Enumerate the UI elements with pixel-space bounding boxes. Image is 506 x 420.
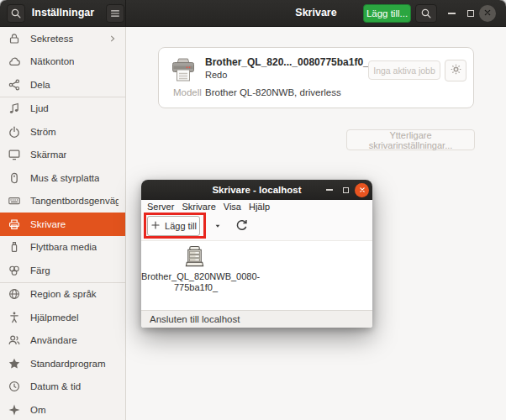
- scp-maximize-button[interactable]: [340, 183, 351, 197]
- printer-stack-icon: [182, 245, 207, 270]
- maximize-button[interactable]: [464, 7, 477, 20]
- sidebar-item-str-m[interactable]: Ström: [0, 120, 125, 144]
- plus-icon: [150, 220, 161, 232]
- sidebar: SekretessNätkontonDelaLjudStrömSkärmarMu…: [0, 27, 126, 420]
- star-icon: [8, 357, 21, 370]
- users-icon: [8, 333, 21, 347]
- sidebar-item-flyttbara-media[interactable]: Flyttbara media: [0, 236, 125, 260]
- model-label: Modell: [173, 87, 202, 97]
- sidebar-item-label: Skärmar: [30, 150, 66, 160]
- globe-icon: [8, 287, 21, 301]
- scp-printer-item[interactable]: Brother_QL_820NWB_0080- 775ba1f0_: [141, 241, 250, 308]
- printer-name: Brother_QL_820..._0080775ba1f0_: [205, 56, 369, 68]
- refresh-icon: [235, 218, 249, 235]
- sidebar-item-label: Flyttbara media: [30, 242, 97, 252]
- scp-menu-server[interactable]: Server: [147, 202, 174, 212]
- scp-menu-hj-lp[interactable]: Hjälp: [249, 202, 270, 212]
- search-icon: [420, 8, 432, 19]
- sidebar-item-label: Skrivare: [30, 219, 66, 229]
- scp-menu-visa[interactable]: Visa: [224, 202, 241, 212]
- printers-localhost-window: Skrivare - localhost ServerSkrivareVisaH…: [141, 180, 372, 328]
- sidebar-item-om[interactable]: Om: [0, 398, 125, 420]
- headerbar: Inställningar Skrivare Lägg till...: [0, 0, 506, 27]
- color-icon: [8, 264, 21, 277]
- sidebar-item-label: Om: [30, 405, 46, 415]
- hamburger-icon: [109, 8, 121, 19]
- sidebar-item-f-rg[interactable]: Färg: [0, 259, 125, 282]
- close-button[interactable]: [479, 5, 496, 22]
- sidebar-item-label: Region & språk: [30, 289, 97, 299]
- close-icon: [358, 184, 366, 197]
- share-icon: [8, 78, 21, 92]
- printer-icon: [8, 218, 21, 231]
- chevron-down-icon: [213, 220, 222, 233]
- scp-add-button-label: Lägg till: [165, 221, 197, 231]
- settings-window: Inställningar Skrivare Lägg till... Sekr…: [0, 0, 506, 420]
- header-search-button[interactable]: [415, 4, 437, 23]
- sidebar-item-label: Användare: [30, 335, 77, 345]
- scp-menu-skrivare[interactable]: Skrivare: [182, 202, 215, 212]
- scp-statusbar: Ansluten till localhost: [141, 310, 372, 328]
- mouse-icon: [8, 171, 21, 185]
- sidebar-item-label: Standardprogram: [30, 359, 106, 369]
- sidebar-item-region-spr-k[interactable]: Region & språk: [0, 283, 125, 307]
- sidebar-item-label: Hjälpmedel: [30, 312, 79, 323]
- sidebar-item-label: Ström: [30, 127, 56, 137]
- printer-color-icon: [169, 55, 198, 85]
- sidebar-item-datum-tid[interactable]: Datum & tid: [0, 375, 125, 399]
- headerbar-left-section: Inställningar: [0, 0, 126, 26]
- scp-titlebar[interactable]: Skrivare - localhost: [141, 180, 372, 200]
- sidebar-item-anv-ndare[interactable]: Användare: [0, 329, 125, 353]
- power-icon: [8, 125, 21, 139]
- sidebar-item-tangentbordsgenv-gar[interactable]: Tangentbordsgenvägar: [0, 190, 125, 213]
- sidebar-item-skrivare[interactable]: Skrivare: [0, 213, 125, 236]
- active-jobs-button[interactable]: Inga aktiva jobb: [368, 60, 440, 80]
- sidebar-item-sekretess[interactable]: Sekretess: [0, 27, 125, 50]
- sidebar-item-mus-styrplatta[interactable]: Mus & styrplatta: [0, 166, 125, 190]
- display-icon: [8, 148, 21, 161]
- printer-card: Brother_QL_820..._0080775ba1f0_ Redo Ing…: [158, 47, 474, 108]
- scp-printer-label: Brother_QL_820NWB_0080- 775ba1f0_: [141, 271, 250, 292]
- model-value: Brother QL-820NWB, driverless: [205, 87, 341, 97]
- printer-settings-button[interactable]: [445, 60, 466, 81]
- sidebar-item-label: Mus & styrplatta: [30, 173, 99, 183]
- sidebar-item-label: Sekretess: [30, 34, 73, 44]
- usb-icon: [8, 240, 21, 254]
- scp-menubar: ServerSkrivareVisaHjälp: [141, 200, 372, 213]
- keyboard-icon: [8, 194, 21, 207]
- maximize-icon: [467, 10, 474, 17]
- scp-add-dropdown-button[interactable]: [212, 219, 224, 233]
- printer-status: Redo: [205, 70, 227, 80]
- sidebar-item-n-tkonton[interactable]: Nätkonton: [0, 50, 125, 74]
- sidebar-item-label: Nätkonton: [30, 56, 74, 66]
- scp-toolbar: Lägg till: [141, 213, 372, 241]
- sidebar-item-label: Tangentbordsgenvägar: [30, 196, 119, 206]
- scp-minimize-button[interactable]: [324, 183, 335, 197]
- scp-close-button[interactable]: [355, 183, 369, 197]
- maximize-icon: [343, 187, 349, 193]
- sidebar-item-label: Ljud: [30, 103, 49, 113]
- chevron-right-icon: [107, 33, 119, 45]
- gear-icon: [450, 63, 462, 78]
- music-note-icon: [8, 102, 21, 115]
- scp-printer-list: Brother_QL_820NWB_0080- 775ba1f0_: [141, 241, 372, 310]
- minimize-button[interactable]: [445, 7, 458, 20]
- minimize-icon: [448, 13, 456, 14]
- scp-refresh-button[interactable]: [232, 218, 250, 236]
- minimize-icon: [326, 189, 333, 191]
- sidebar-item-dela[interactable]: Dela: [0, 73, 125, 97]
- sidebar-item-ljud[interactable]: Ljud: [0, 97, 125, 121]
- sidebar-item-label: Datum & tid: [30, 381, 81, 391]
- sidebar-item-label: Färg: [30, 265, 50, 276]
- scp-add-button[interactable]: Lägg till: [147, 216, 200, 236]
- add-printer-button[interactable]: Lägg till...: [363, 4, 411, 23]
- additional-printer-settings-button[interactable]: Ytterligare skrivarinställningar...: [346, 129, 475, 150]
- close-icon: [482, 8, 493, 20]
- menu-button[interactable]: [106, 4, 124, 23]
- clock-icon: [8, 380, 21, 393]
- sidebar-item-standardprogram[interactable]: Standardprogram: [0, 352, 125, 375]
- cloud-icon: [8, 55, 21, 68]
- scp-window-title: Skrivare - localhost: [141, 180, 372, 200]
- sidebar-item-hj-lpmedel[interactable]: Hjälpmedel: [0, 306, 125, 329]
- sidebar-item-sk-rmar[interactable]: Skärmar: [0, 144, 125, 167]
